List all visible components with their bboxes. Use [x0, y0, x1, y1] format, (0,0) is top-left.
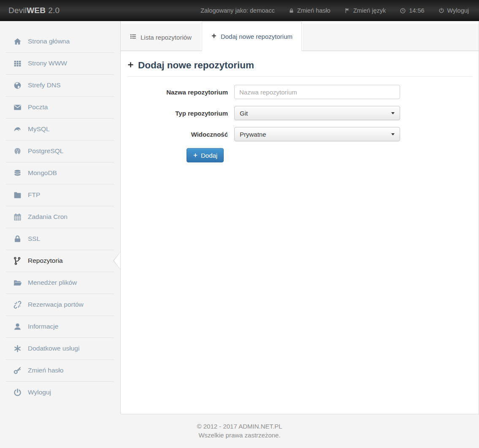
sidebar-item-label: MongoDB: [28, 169, 57, 177]
sidebar-item-label: Strona główna: [28, 38, 70, 45]
calendar-icon: [12, 213, 22, 221]
asterisk-icon: [12, 344, 22, 353]
sidebar-item-cron[interactable]: Zadania Cron: [0, 206, 120, 228]
list-icon: [130, 33, 137, 41]
sidebar-item-mysql[interactable]: MySQL: [0, 118, 120, 140]
home-icon: [12, 37, 22, 46]
add-repo-form: Nazwa repozytorium Typ repozytorium Git …: [127, 85, 472, 162]
active-item-notch: [114, 252, 120, 269]
sidebar-item-label: Wyloguj: [28, 389, 51, 396]
logged-in-user: Zalogowany jako: demoacc: [200, 7, 275, 14]
sidebar-item-information[interactable]: Informacje: [0, 316, 120, 337]
repo-name-input[interactable]: [234, 85, 400, 99]
folder-open-icon: [12, 278, 22, 287]
user-icon: [12, 322, 22, 331]
power-icon: [438, 8, 444, 13]
form-actions: Dodaj: [187, 148, 472, 162]
footer-rights: Wszelkie prawa zastrzeżone.: [0, 431, 479, 440]
add-button[interactable]: Dodaj: [187, 148, 224, 162]
sidebar-item-www[interactable]: Strony WWW: [0, 52, 120, 74]
sidebar-item-ssl[interactable]: SSL: [0, 228, 120, 250]
sidebar-item-label: Strony WWW: [28, 59, 67, 67]
sidebar-item-label: Repozytoria: [28, 257, 63, 264]
form-row-visibility: Widoczność Prywatne: [127, 127, 472, 141]
plus-icon: [211, 33, 217, 40]
key-icon: [12, 366, 22, 375]
page-footer: © 2012 - 2017 ADMIN.NET.PL Wszelkie praw…: [0, 422, 479, 440]
sidebar-item-label: Zmień hasło: [28, 367, 63, 374]
sidebar: Strona główna Strony WWW Strefy DNS Pocz…: [0, 21, 120, 403]
sidebar-item-label: Rezerwacja portów: [28, 301, 84, 308]
sidebar-item-port-reservation[interactable]: Rezerwacja portów: [0, 294, 120, 316]
sidebar-item-mail[interactable]: Poczta: [0, 96, 120, 118]
sidebar-item-additional-services[interactable]: Dodatkowe usługi: [0, 337, 120, 359]
lock-icon: [289, 8, 294, 13]
tab-label: Lista repozytoriów: [141, 34, 192, 41]
sidebar-item-label: FTP: [28, 191, 40, 199]
tab-bar-filler: [303, 24, 479, 51]
clock-icon: [400, 8, 406, 14]
envelope-icon: [12, 103, 22, 112]
tab-add-repo[interactable]: Dodaj nowe repozytorium: [202, 22, 302, 51]
selected-value: Prywatne: [240, 131, 266, 138]
tab-label: Dodaj nowe repozytorium: [221, 33, 292, 40]
sidebar-item-file-manager[interactable]: Menedżer plików: [0, 272, 120, 294]
top-header-bar: DevilWEB2.0 Zalogowany jako: demoacc Zmi…: [0, 0, 479, 21]
sidebar-item-label: Menedżer plików: [28, 279, 77, 286]
chain-broken-icon: [12, 300, 22, 309]
header-menu: Zalogowany jako: demoacc Zmień hasło Zmi…: [200, 7, 469, 14]
repo-type-label: Typ repozytorium: [127, 110, 234, 117]
power-icon: [12, 388, 22, 397]
grid-icon: [12, 59, 22, 68]
app-logo[interactable]: DevilWEB2.0: [8, 6, 60, 15]
change-password-link[interactable]: Zmień hasło: [289, 7, 330, 14]
repo-type-select[interactable]: Git: [234, 106, 400, 120]
flag-icon: [344, 8, 350, 13]
visibility-select[interactable]: Prywatne: [234, 127, 400, 141]
content-card: Lista repozytoriów Dodaj nowe repozytori…: [120, 21, 479, 414]
footer-copyright: © 2012 - 2017 ADMIN.NET.PL: [0, 422, 479, 431]
page-title: Dodaj nowe repozytorium: [127, 60, 472, 77]
visibility-label: Widoczność: [127, 131, 234, 138]
logout-link[interactable]: Wyloguj: [438, 7, 469, 14]
chevron-down-icon: [391, 133, 395, 135]
sidebar-item-change-password[interactable]: Zmień hasło: [0, 359, 120, 381]
tab-bar: Lista repozytoriów Dodaj nowe repozytori…: [121, 21, 479, 51]
sidebar-item-label: Dodatkowe usługi: [28, 345, 79, 352]
sidebar-item-label: Zadania Cron: [28, 213, 68, 221]
sidebar-item-repositories[interactable]: Repozytoria: [0, 250, 120, 272]
sidebar-item-label: MySQL: [28, 125, 50, 133]
mysql-dolphin-icon: [12, 125, 22, 134]
sidebar-item-ftp[interactable]: FTP: [0, 184, 120, 206]
git-fork-icon: [12, 256, 22, 265]
sidebar-item-label: PostgreSQL: [28, 147, 63, 155]
plus-icon: [193, 152, 198, 159]
sidebar-item-label: SSL: [28, 235, 40, 243]
server-time: 14:56: [400, 7, 424, 14]
sidebar-item-postgresql[interactable]: PostgreSQL: [0, 140, 120, 162]
plus-icon: [127, 60, 134, 71]
sidebar-item-home[interactable]: Strona główna: [0, 30, 120, 52]
selected-value: Git: [240, 110, 248, 117]
chevron-down-icon: [391, 112, 395, 114]
postgresql-elephant-icon: [12, 147, 22, 156]
sidebar-item-mongodb[interactable]: MongoDB: [0, 162, 120, 184]
form-row-name: Nazwa repozytorium: [127, 85, 472, 99]
form-row-type: Typ repozytorium Git: [127, 106, 472, 120]
change-language-link[interactable]: Zmień język: [344, 7, 386, 14]
folder-icon: [12, 191, 22, 200]
sidebar-item-logout[interactable]: Wyloguj: [0, 381, 120, 403]
lock-icon: [12, 235, 22, 243]
globe-icon: [12, 81, 22, 90]
sidebar-item-label: Poczta: [28, 103, 48, 111]
sidebar-item-dns[interactable]: Strefy DNS: [0, 74, 120, 96]
database-icon: [12, 169, 22, 178]
tab-repo-list[interactable]: Lista repozytoriów: [121, 24, 200, 51]
sidebar-item-label: Strefy DNS: [28, 81, 61, 89]
repo-name-label: Nazwa repozytorium: [127, 89, 234, 96]
sidebar-item-label: Informacje: [28, 323, 58, 330]
main-content: Dodaj nowe repozytorium Nazwa repozytori…: [121, 60, 479, 162]
